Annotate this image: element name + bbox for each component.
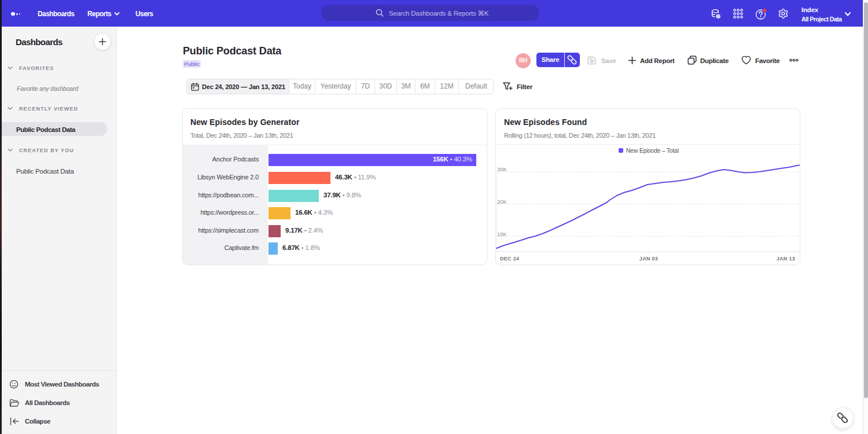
svg-text:JAN 03: JAN 03 xyxy=(639,256,658,262)
svg-text:20K: 20K xyxy=(497,198,507,205)
svg-text:10K: 10K xyxy=(497,231,507,237)
svg-text:DEC 24: DEC 24 xyxy=(500,256,519,262)
svg-text:JAN 13: JAN 13 xyxy=(777,256,795,262)
svg-text:30K: 30K xyxy=(497,166,507,172)
